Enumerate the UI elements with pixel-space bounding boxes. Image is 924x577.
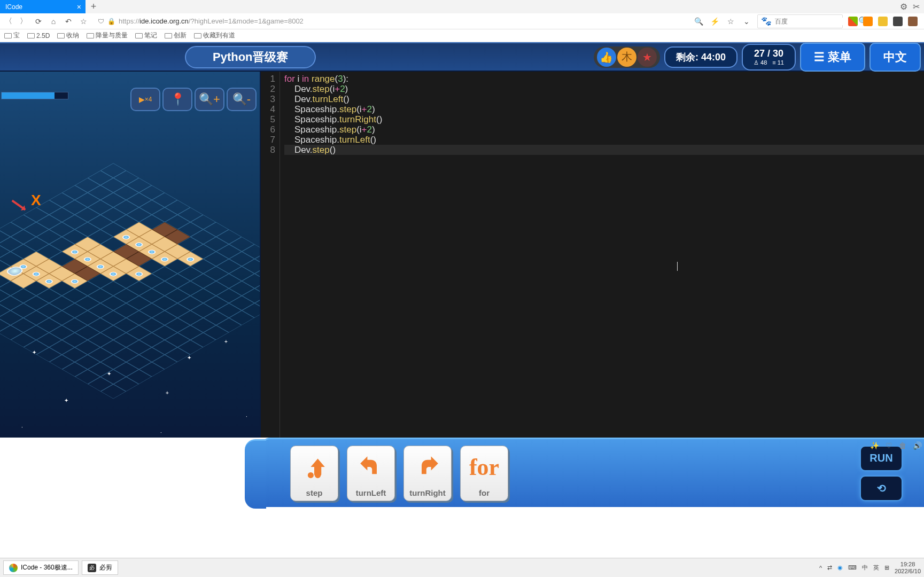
cmd-for-button[interactable]: for for <box>460 446 508 501</box>
code-line[interactable]: Dev.step(i+2) <box>284 84 924 94</box>
main-area: ▶×4 📍 🔍+ 🔍- X ✦ ✦ ✦ ✦ + + + · · · 123456… <box>0 72 924 438</box>
code-line[interactable]: Spaceship.turnRight() <box>284 114 924 124</box>
tree-badge[interactable]: 木 <box>617 48 636 67</box>
undo-button[interactable]: ↶ <box>63 16 74 27</box>
text-caret <box>677 262 678 271</box>
code-line[interactable]: Spaceship.step(i+2) <box>284 104 924 114</box>
code-line[interactable]: for i in range(3): <box>284 74 924 84</box>
speed-button[interactable]: ▶×4 <box>130 88 160 111</box>
taskbar-app-1[interactable]: ICode - 360极速... <box>3 560 79 575</box>
chevron-down-icon[interactable]: ⌄ <box>741 16 752 27</box>
fav-icon[interactable]: ☆ <box>725 16 736 27</box>
zoom-out-button[interactable]: 🔍- <box>227 88 257 111</box>
badge-group: 👍 木 ★ <box>594 46 660 68</box>
tray-chevron-icon[interactable]: ^ <box>819 565 822 571</box>
tray-sync-icon[interactable]: ⇄ <box>827 564 832 571</box>
tray-keyboard-icon[interactable]: ⌨ <box>848 564 857 571</box>
cmd-label: turnLeft <box>356 488 386 497</box>
bookmark-item[interactable]: 宝 <box>4 31 20 40</box>
bookmark-bar: 宝 2.5D 收纳 降量与质量 笔记 创新 收藏到有道 <box>0 29 924 42</box>
sparkle-icon[interactable]: ✨ <box>870 441 879 450</box>
address-bar[interactable]: 🛡 🔒 https://ide.icode.org.cn/?highLevel=… <box>93 15 689 28</box>
code-line[interactable]: Dev.turnLeft() <box>284 94 924 104</box>
tab-close-icon[interactable]: × <box>77 3 81 11</box>
flash-icon[interactable]: ⚡ <box>709 16 720 27</box>
trash-icon[interactable]: 🗑 <box>899 441 906 450</box>
search-input[interactable] <box>775 18 855 25</box>
sound-icon[interactable]: 🔊 <box>913 441 922 450</box>
new-tab-button[interactable]: + <box>86 0 102 13</box>
thumbs-up-badge[interactable]: 👍 <box>597 48 616 67</box>
ext-icon-5[interactable] <box>908 17 918 26</box>
bookmark-item[interactable]: 降量与质量 <box>87 31 128 40</box>
bookmark-item[interactable]: 笔记 <box>135 31 157 40</box>
code-line[interactable]: Spaceship.step(i+2) <box>284 124 924 135</box>
cmd-label: turnRight <box>409 488 445 497</box>
zoom-icon[interactable]: 🔍 <box>693 16 704 27</box>
home-button[interactable]: ⌂ <box>48 16 59 27</box>
windows-taskbar: ICode - 360极速... 必 必剪 ^ ⇄ ◉ ⌨ 中 英 ⊞ 19:2… <box>0 558 924 577</box>
reload-button[interactable]: ⟳ <box>33 16 44 27</box>
reset-button[interactable]: ⟲ <box>860 475 903 501</box>
app-icon <box>9 564 18 572</box>
cmd-step-button[interactable]: step <box>290 446 338 501</box>
ext-icon-1[interactable] <box>848 17 858 26</box>
tray-grid-icon[interactable]: ⊞ <box>884 564 889 571</box>
command-panel: step turnLeft turnRight for for RUN ⟲ <box>261 438 924 507</box>
app-header: Python晋级赛 👍 木 ★ 剩余: 44:00 27 / 30 ♙ 48≡ … <box>0 42 924 72</box>
forward-button[interactable]: 〉 <box>18 16 29 27</box>
taskbar-app-2[interactable]: 必 必剪 <box>82 560 118 575</box>
code-line[interactable]: Dev.step() <box>284 145 924 155</box>
browser-nav-bar: 〈 〉 ⟳ ⌂ ↶ ☆ 🛡 🔒 https://ide.icode.org.cn… <box>0 13 924 29</box>
bookmark-item[interactable]: 2.5D <box>27 32 50 40</box>
page-status-icons: ✨ ♡ 🗑 🔊 <box>870 441 922 450</box>
star-badge[interactable]: ★ <box>638 48 657 67</box>
extension-icon[interactable]: ⚙ <box>900 2 907 12</box>
menu-button[interactable]: ☰ 菜单 <box>800 43 865 72</box>
game-viewport[interactable]: ▶×4 📍 🔍+ 🔍- X ✦ ✦ ✦ ✦ + + + · · · <box>0 72 261 438</box>
cmd-turnright-button[interactable]: turnRight <box>403 446 452 501</box>
svg-point-1 <box>315 472 321 478</box>
timer-pill: 剩余: 44:00 <box>664 46 737 68</box>
health-bar <box>1 92 68 99</box>
menu-icon: ☰ <box>814 50 825 64</box>
folder-icon <box>165 33 172 38</box>
ime-indicator-2[interactable]: 英 <box>873 564 879 572</box>
bookmark-item[interactable]: 收纳 <box>57 31 79 40</box>
star-button[interactable]: ☆ <box>78 16 89 27</box>
code-editor[interactable]: 12345678 for i in range(3): Dev.step(i+2… <box>261 72 924 438</box>
ime-indicator-1[interactable]: 中 <box>862 564 868 572</box>
ext-icon-2[interactable] <box>863 17 873 26</box>
tab-title: ICode <box>5 3 22 11</box>
search-box[interactable]: 🐾 🔍 <box>757 14 843 28</box>
code-area[interactable]: for i in range(3): Dev.step(i+2) Dev.tur… <box>280 72 924 438</box>
ext-icon-4[interactable] <box>893 17 903 26</box>
cmd-label: for <box>479 488 490 497</box>
shield-icon: 🛡 <box>98 18 104 25</box>
lock-icon: 🔒 <box>107 18 115 25</box>
heart-icon[interactable]: ♡ <box>886 441 892 450</box>
turnright-icon <box>416 446 439 488</box>
folder-icon <box>4 33 12 38</box>
folder-icon <box>57 33 65 38</box>
browser-tab-bar: ICode × + ⚙ ✂ <box>0 0 924 13</box>
back-button[interactable]: 〈 <box>3 16 14 27</box>
turnleft-icon <box>359 446 383 488</box>
language-button[interactable]: 中文 <box>869 43 921 72</box>
browser-tab-active[interactable]: ICode × <box>0 0 86 13</box>
bookmark-item[interactable]: 创新 <box>165 31 187 40</box>
ext-icon-3[interactable] <box>878 17 888 26</box>
map-button[interactable]: 📍 <box>162 88 192 111</box>
step-icon <box>302 446 326 488</box>
tray-shield-icon[interactable]: ◉ <box>837 564 843 571</box>
bookmark-item[interactable]: 收藏到有道 <box>194 31 235 40</box>
scissors-icon[interactable]: ✂ <box>913 2 920 12</box>
page-title: Python晋级赛 <box>185 46 316 68</box>
line-gutter: 12345678 <box>261 72 280 438</box>
system-clock[interactable]: 19:28 2022/6/10 <box>895 561 921 575</box>
svg-point-0 <box>308 472 314 478</box>
cmd-label: step <box>306 488 323 497</box>
code-line[interactable]: Spaceship.turnLeft() <box>284 135 924 145</box>
cmd-turnleft-button[interactable]: turnLeft <box>347 446 395 501</box>
zoom-in-button[interactable]: 🔍+ <box>195 88 224 111</box>
